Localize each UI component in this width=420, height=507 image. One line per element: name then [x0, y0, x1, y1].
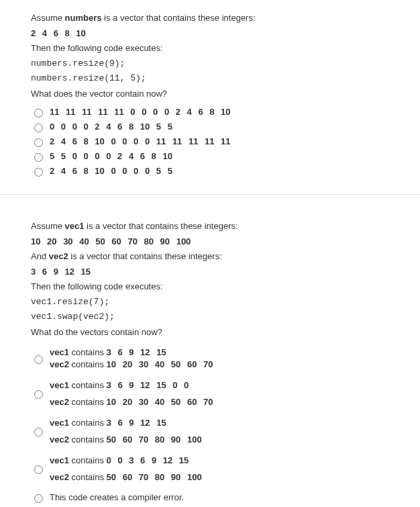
q2-intro2: And vec2 is a vector that contains these…	[31, 250, 396, 263]
radio-input[interactable]	[34, 124, 43, 132]
q1-option-1[interactable]: 11 11 11 11 11 0 0 0 0 2 4 6 8 10	[31, 107, 396, 118]
text: Assume	[31, 221, 65, 231]
q1-code-1: numbers.resize(9);	[31, 57, 396, 71]
text: contains	[69, 434, 107, 445]
vec-name: vec2	[50, 397, 69, 407]
radio-input[interactable]	[34, 168, 43, 177]
radio-input[interactable]	[34, 494, 43, 503]
seq: 10 20 30 40 50 60 70	[107, 359, 213, 369]
text: is a vector that contains these integers…	[85, 221, 238, 231]
q2-vals1: 10 20 30 40 50 60 70 80 90 100	[31, 235, 396, 248]
q2-intro1: Assume vec1 is a vector that contains th…	[31, 220, 396, 233]
q1-option-2[interactable]: 0 0 0 0 2 4 6 8 10 5 5	[31, 122, 396, 132]
q1-options: 11 11 11 11 11 0 0 0 0 2 4 6 8 10 0 0 0 …	[31, 107, 396, 177]
text: contains	[69, 455, 107, 465]
radio-input[interactable]	[34, 355, 43, 364]
option-text: 11 11 11 11 11 0 0 0 0 2 4 6 8 10	[50, 107, 231, 117]
radio-input[interactable]	[34, 428, 43, 436]
q2-option-3[interactable]: vec1 contains 3 6 9 12 15 vec2 contains …	[31, 416, 396, 447]
text-bold: vec2	[49, 251, 68, 261]
q2-option-1[interactable]: vec1 contains 3 6 9 12 15 vec2 contains …	[31, 345, 396, 371]
q1-question: What does the vector contain now?	[31, 87, 396, 101]
vec-name: vec1	[50, 347, 69, 357]
q1-option-3[interactable]: 2 4 6 8 10 0 0 0 0 11 11 11 11 11	[31, 136, 396, 147]
text: Assume	[31, 13, 65, 23]
option-text: 2 4 6 8 10 0 0 0 0 11 11 11 11 11	[50, 136, 231, 146]
text: And	[31, 251, 49, 261]
text: contains	[69, 418, 107, 428]
q2-code-1: vec1.resize(7);	[31, 295, 396, 309]
q2-code-2: vec1.swap(vec2);	[31, 310, 396, 324]
seq: 50 60 70 80 90 100	[107, 472, 202, 482]
radio-input[interactable]	[34, 138, 43, 147]
q1-intro: Assume numbers is a vector that contains…	[31, 11, 396, 25]
q2-vals2: 3 6 9 12 15	[31, 265, 396, 279]
text-bold: numbers	[65, 13, 102, 23]
vec-name: vec1	[50, 455, 69, 465]
vec-name: vec1	[50, 418, 69, 428]
q2-option-4[interactable]: vec1 contains 0 0 3 6 9 12 15 vec2 conta…	[31, 453, 396, 484]
q1-code-2: numbers.resize(11, 5);	[31, 72, 396, 85]
vec-name: vec1	[50, 380, 69, 390]
text: contains	[69, 397, 107, 407]
option-text: 5 5 0 0 0 0 2 4 6 8 10	[50, 151, 172, 161]
seq: 3 6 9 12 15	[107, 418, 166, 428]
option-text: vec1 contains 3 6 9 12 15 0 0 vec2 conta…	[50, 378, 213, 409]
text: contains	[69, 472, 107, 482]
text: is a vector that contains these integers…	[68, 251, 222, 261]
seq: 3 6 9 12 15 0 0	[107, 380, 189, 390]
vec-name: vec2	[50, 472, 69, 482]
q1-then: Then the following code executes:	[31, 42, 396, 55]
text: contains	[69, 359, 107, 369]
seq: 10 20 30 40 50 60 70	[107, 397, 213, 407]
text: contains	[69, 347, 107, 357]
seq: 3 6 9 12 15	[107, 347, 166, 357]
seq: 0 0 3 6 9 12 15	[107, 455, 189, 465]
radio-input[interactable]	[34, 153, 43, 162]
text: is a vector that contains these integers…	[101, 13, 255, 23]
text: contains	[69, 380, 107, 390]
option-text: vec1 contains 0 0 3 6 9 12 15 vec2 conta…	[50, 453, 202, 484]
option-text: 0 0 0 0 2 4 6 8 10 5 5	[50, 122, 172, 132]
vec-name: vec2	[50, 434, 69, 445]
question-2: Assume vec1 is a vector that contains th…	[0, 195, 420, 507]
q1-option-5[interactable]: 2 4 6 8 10 0 0 0 0 5 5	[31, 166, 396, 177]
q1-option-4[interactable]: 5 5 0 0 0 0 2 4 6 8 10	[31, 151, 396, 162]
radio-input[interactable]	[34, 465, 43, 474]
radio-input[interactable]	[34, 390, 43, 399]
q2-then: Then the following code executes:	[31, 280, 396, 293]
seq: 50 60 70 80 90 100	[107, 434, 202, 445]
q1-values: 2 4 6 8 10	[31, 27, 396, 40]
option-text: vec1 contains 3 6 9 12 15 vec2 contains …	[50, 416, 202, 447]
question-1: Assume numbers is a vector that contains…	[0, 0, 420, 194]
option-text: This code creates a compiler error.	[50, 492, 184, 502]
q2-option-5[interactable]: This code creates a compiler error.	[31, 492, 396, 503]
q2-options: vec1 contains 3 6 9 12 15 vec2 contains …	[31, 345, 396, 503]
option-text: 2 4 6 8 10 0 0 0 0 5 5	[50, 166, 172, 176]
vec-name: vec2	[50, 359, 69, 369]
radio-input[interactable]	[34, 109, 43, 118]
q2-option-2[interactable]: vec1 contains 3 6 9 12 15 0 0 vec2 conta…	[31, 378, 396, 409]
text-bold: vec1	[65, 221, 85, 231]
option-text: vec1 contains 3 6 9 12 15 vec2 contains …	[50, 345, 213, 371]
q2-question: What do the vectors contain now?	[31, 326, 396, 339]
